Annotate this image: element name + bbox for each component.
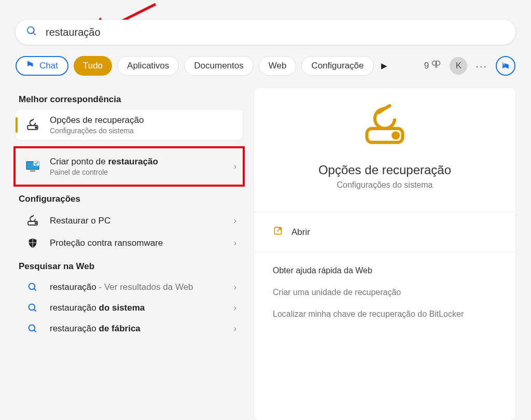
divider	[254, 212, 515, 212]
result-title: restauração do sistema	[50, 303, 225, 313]
chevron-right-icon: ›	[234, 162, 236, 171]
more-tabs-icon[interactable]: ▶	[381, 61, 387, 71]
tab-settings[interactable]: Configuraçõe	[301, 56, 373, 76]
svg-line-14	[34, 289, 36, 291]
tab-web[interactable]: Web	[259, 56, 297, 76]
result-subtitle: Configurações do sistema	[50, 127, 236, 135]
tab-web-label: Web	[269, 61, 287, 71]
result-title: Opções de recuperação	[50, 115, 236, 125]
svg-point-20	[393, 133, 398, 138]
result-web-restauracao[interactable]: restauração - Ver resultados da Web ›	[16, 277, 243, 298]
open-action[interactable]: Abrir	[273, 218, 497, 246]
tab-settings-label: Configuraçõe	[311, 61, 364, 71]
detail-pane: Opções de recuperação Configurações do s…	[254, 88, 515, 420]
search-icon	[26, 25, 37, 39]
section-web-search: Pesquisar na Web	[19, 261, 243, 272]
text-part: Criar ponto de	[50, 157, 108, 166]
chevron-right-icon: ›	[234, 303, 236, 313]
chevron-right-icon: ›	[234, 324, 236, 333]
tab-docs[interactable]: Documentos	[184, 56, 253, 76]
svg-point-1	[27, 27, 34, 34]
svg-point-12	[35, 222, 36, 223]
avatar-initial: K	[456, 61, 462, 71]
recovery-icon	[25, 118, 40, 132]
result-restore-point[interactable]: Criar ponto de restauração Painel de con…	[16, 148, 243, 185]
avatar[interactable]: K	[450, 57, 467, 75]
results-column: Melhor correspondência Opções de recuper…	[16, 88, 243, 420]
svg-point-6	[35, 127, 37, 129]
search-bar[interactable]	[16, 20, 515, 45]
rewards-badge[interactable]: 9	[424, 60, 441, 73]
text-hint: - Ver resultados da Web	[96, 282, 193, 292]
result-subtitle: Painel de controle	[50, 168, 225, 176]
tab-chat-label: Chat	[39, 61, 58, 71]
text-bold: do sistema	[99, 303, 145, 313]
recovery-large-icon	[361, 103, 409, 152]
result-web-fabrica[interactable]: restauração de fábrica ›	[16, 318, 243, 339]
overflow-menu-icon[interactable]: ···	[476, 60, 487, 72]
chevron-right-icon: ›	[234, 216, 236, 226]
trophy-icon	[431, 60, 441, 73]
tab-apps[interactable]: Aplicativos	[117, 56, 179, 76]
result-title: restauração de fábrica	[50, 324, 225, 334]
section-settings: Configurações	[19, 194, 243, 204]
open-external-icon	[273, 226, 283, 239]
help-link-recovery-drive[interactable]: Criar uma unidade de recuperação	[273, 282, 497, 303]
result-title: Restaurar o PC	[50, 216, 225, 226]
search-icon	[25, 303, 40, 313]
svg-point-13	[29, 284, 35, 290]
section-best-match: Melhor correspondência	[19, 94, 243, 105]
open-label: Abrir	[291, 227, 310, 237]
result-title: Proteção contra ransomware	[50, 238, 225, 248]
result-recovery-options[interactable]: Opções de recuperação Configurações do s…	[16, 110, 243, 140]
chevron-right-icon: ›	[234, 283, 236, 292]
divider	[254, 252, 515, 253]
shield-icon	[25, 237, 40, 249]
text-bold: de fábrica	[99, 324, 141, 333]
result-web-sistema[interactable]: restauração do sistema ›	[16, 298, 243, 318]
svg-rect-10	[30, 171, 35, 172]
tab-all[interactable]: Tudo	[74, 56, 112, 76]
web-help-heading: Obter ajuda rápida da Web	[273, 266, 497, 275]
result-title: Criar ponto de restauração	[50, 157, 225, 167]
reset-pc-icon	[25, 215, 40, 227]
result-ransomware[interactable]: Proteção contra ransomware ›	[16, 232, 243, 254]
monitor-icon	[25, 159, 40, 174]
svg-point-17	[29, 325, 35, 331]
tab-all-label: Tudo	[83, 61, 103, 71]
tab-docs-label: Documentos	[194, 61, 243, 71]
text-part: restauração	[50, 324, 99, 333]
detail-subtitle: Configurações do sistema	[337, 180, 433, 190]
svg-line-2	[33, 33, 36, 35]
svg-line-16	[34, 310, 36, 312]
text-part: restauração	[50, 303, 99, 313]
result-reset-pc[interactable]: Restaurar o PC ›	[16, 209, 243, 232]
text-part: restauração	[50, 282, 96, 292]
filter-row: Chat Tudo Aplicativos Documentos Web Con…	[16, 54, 515, 78]
bing-sidebar-button[interactable]	[496, 56, 515, 76]
search-icon	[25, 324, 40, 334]
bing-chat-icon	[26, 60, 35, 72]
search-icon	[25, 282, 40, 292]
text-bold: restauração	[108, 157, 158, 166]
result-title: restauração - Ver resultados da Web	[50, 282, 225, 292]
help-link-bitlocker[interactable]: Localizar minha chave de recuperação do …	[273, 303, 497, 325]
rewards-count: 9	[424, 61, 429, 71]
svg-line-18	[34, 330, 36, 332]
tab-chat[interactable]: Chat	[16, 56, 68, 76]
detail-title: Opções de recuperação	[318, 163, 451, 177]
svg-point-15	[29, 304, 35, 311]
chevron-right-icon: ›	[234, 239, 236, 248]
tab-apps-label: Aplicativos	[127, 61, 169, 71]
search-input[interactable]	[46, 26, 505, 38]
